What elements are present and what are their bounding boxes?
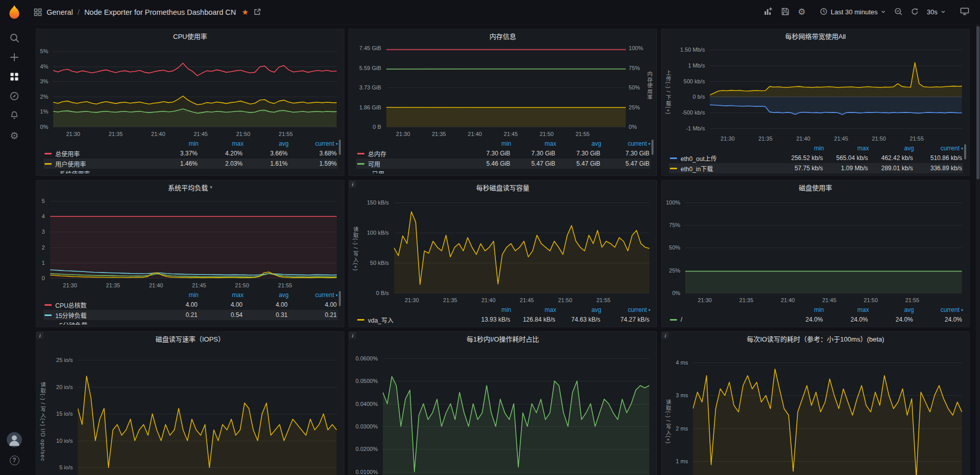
plot-area[interactable]	[710, 47, 962, 131]
plot-area[interactable]	[383, 349, 649, 475]
legend-sort-current[interactable]: current▾	[289, 139, 338, 148]
legend-scrollbar-thumb[interactable]	[964, 144, 966, 160]
panel-header[interactable]: i每次IO读写的耗时（参考：小于100ms）(beta)	[662, 332, 969, 345]
panel-disk-iops: i磁盘读写速率（IOPS）读取(-) / 写入(+) I/O ops/sec25…	[36, 331, 344, 475]
legend-sort-current[interactable]: current▾	[914, 144, 963, 153]
legend-series-name[interactable]: vda_写入	[356, 314, 466, 325]
legend-series-name[interactable]: CPU总核数	[43, 300, 154, 310]
panel-title[interactable]: CPU使用率	[173, 31, 207, 41]
dashboard-settings-button[interactable]: ⚙	[794, 5, 809, 19]
panel-title[interactable]: 每1秒内I/O操作耗时占比	[467, 334, 539, 344]
legend-sort-avg[interactable]: avg	[869, 305, 914, 314]
legend-sort-min[interactable]: min	[779, 305, 824, 314]
legend-scrollbar-thumb[interactable]	[339, 140, 341, 155]
chart-region: 0.0600%0.0500%0.0400%0.0300%0.0200%0.010…	[352, 346, 654, 475]
panel-header[interactable]: i每1秒内I/O操作耗时占比	[349, 332, 657, 345]
share-icon[interactable]	[253, 8, 261, 16]
legend-clipped-row: 系统使用率	[43, 169, 338, 173]
legend-value: 5.47 GiB	[511, 159, 556, 169]
sidebar-item-configuration[interactable]: ⚙	[4, 126, 25, 145]
legend-sort-max[interactable]: max	[824, 144, 869, 153]
legend-value: 3.37%	[154, 148, 199, 159]
legend-series-name[interactable]: 总使用率	[43, 148, 154, 159]
sidebar-item-dashboards[interactable]	[4, 67, 25, 87]
legend-series-name[interactable]: 总内存	[356, 148, 466, 159]
page-scrollbar-thumb[interactable]	[976, 26, 979, 179]
refresh-interval-picker[interactable]: 30s	[923, 5, 949, 19]
legend-sort-max[interactable]: max	[824, 305, 869, 314]
legend-sort-max[interactable]: max	[199, 290, 244, 300]
panel-info-icon[interactable]: i	[349, 332, 356, 339]
panel-title[interactable]: 内存信息	[489, 31, 516, 41]
zoom-out-button[interactable]	[890, 4, 906, 20]
legend-series-name[interactable]: 15分钟负载	[43, 310, 154, 320]
favorite-star-icon[interactable]: ★	[242, 8, 248, 17]
plot-area[interactable]	[693, 349, 962, 475]
plot-area[interactable]	[394, 198, 649, 293]
legend-sort-avg[interactable]: avg	[869, 144, 914, 153]
sidebar-item-explore[interactable]	[4, 87, 25, 106]
panel-title[interactable]: 磁盘使用率	[799, 183, 832, 192]
sidebar-item-create[interactable]	[4, 48, 25, 67]
dashboard-title[interactable]: Node Exporter for Prometheus Dashboard C…	[84, 8, 236, 16]
legend-sort-avg[interactable]: avg	[244, 139, 289, 148]
panel-header[interactable]: 系统平均负载▾	[36, 180, 344, 194]
cycle-view-mode-button[interactable]	[956, 4, 973, 20]
navbar-actions: ⚙ Last 30 minutes 30s	[760, 4, 973, 20]
sidebar-item-help[interactable]: ?	[4, 450, 25, 470]
panel-info-icon[interactable]: i	[36, 332, 43, 339]
page-scrollbar[interactable]	[976, 25, 980, 475]
legend-sort-current[interactable]: current▾	[601, 305, 650, 314]
legend-sort-min[interactable]: min	[466, 305, 511, 314]
breadcrumb-folder[interactable]: General	[47, 8, 73, 16]
refresh-button[interactable]	[907, 5, 922, 20]
panel-header[interactable]: 每秒网络带宽使用All	[662, 29, 969, 42]
plot-area[interactable]	[50, 198, 337, 278]
legend-series-name[interactable]: /	[669, 314, 779, 325]
legend-sort-current[interactable]: current▾	[914, 305, 963, 314]
sidebar-item-alerting[interactable]	[4, 106, 25, 126]
refresh-icon	[911, 8, 919, 17]
add-panel-button[interactable]	[760, 4, 776, 20]
legend-series-name[interactable]: 可用	[356, 159, 466, 169]
panel-title[interactable]: 每次IO读写的耗时（参考：小于100ms）(beta)	[747, 334, 884, 344]
plot-area[interactable]	[685, 198, 962, 293]
panel-title[interactable]: 每秒磁盘读写容量	[476, 183, 529, 192]
legend-value: 57.75 kb/s	[779, 163, 824, 173]
legend-sort-avg[interactable]: avg	[244, 290, 289, 300]
panel-info-icon[interactable]: i	[349, 180, 356, 188]
legend-sort-avg[interactable]: avg	[556, 305, 601, 314]
legend-sort-min[interactable]: min	[154, 139, 199, 148]
panel-title[interactable]: 每秒网络带宽使用All	[785, 31, 845, 41]
plot-area[interactable]	[386, 47, 626, 127]
panel-header[interactable]: CPU使用率	[36, 29, 344, 42]
legend-series-name[interactable]: eth0_in下载	[669, 163, 779, 173]
legend-sort-min[interactable]: min	[154, 290, 199, 300]
legend-scrollbar-thumb[interactable]	[651, 140, 654, 155]
legend-sort-max[interactable]: max	[511, 139, 556, 148]
plot-area[interactable]	[53, 47, 337, 127]
legend-scrollbar-thumb[interactable]	[339, 291, 341, 306]
legend-sort-max[interactable]: max	[511, 305, 556, 314]
legend-series-name[interactable]: 用户使用率	[43, 159, 154, 169]
sidebar-item-search[interactable]	[4, 29, 25, 48]
panel-header[interactable]: 内存信息	[349, 29, 657, 42]
legend-sort-max[interactable]: max	[199, 139, 244, 148]
panel-header[interactable]: i磁盘读写速率（IOPS）	[36, 332, 344, 345]
panel-title[interactable]: 磁盘读写速率（IOPS）	[156, 334, 225, 344]
grafana-logo[interactable]	[6, 4, 23, 21]
user-avatar[interactable]	[7, 432, 22, 447]
save-dashboard-button[interactable]	[777, 4, 793, 20]
legend-sort-current[interactable]: current▾	[289, 290, 338, 300]
legend-sort-avg[interactable]: avg	[556, 139, 601, 148]
legend-sort-current[interactable]: current▾	[601, 139, 650, 148]
panel-title[interactable]: 系统平均负载▾	[168, 183, 212, 192]
panel-header[interactable]: 磁盘使用率	[662, 180, 969, 194]
legend-series-name[interactable]: eth0_out上传	[669, 153, 779, 163]
legend-sort-min[interactable]: min	[466, 139, 511, 148]
time-range-picker[interactable]: Last 30 minutes	[816, 5, 889, 20]
plot-area[interactable]	[78, 349, 337, 475]
panel-header[interactable]: i每秒磁盘读写容量	[349, 180, 657, 194]
panel-info-icon[interactable]: i	[662, 332, 669, 339]
legend-sort-min[interactable]: min	[779, 144, 824, 153]
